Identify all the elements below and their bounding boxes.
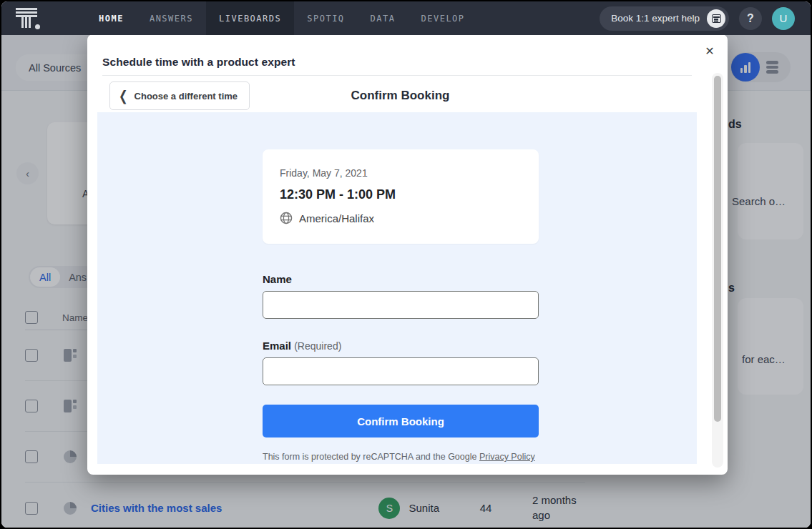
recaptcha-text: This form is protected by reCAPTCHA and … xyxy=(263,452,479,462)
email-label-text: Email xyxy=(263,340,291,352)
booking-timezone: America/Halifax xyxy=(299,212,374,224)
booking-form-area: Friday, May 7, 2021 12:30 PM - 1:00 PM A… xyxy=(97,112,697,464)
email-required-hint: (Required) xyxy=(294,340,341,352)
top-nav: HOME ANSWERS LIVEBOARDS SPOTIQ DATA DEVE… xyxy=(1,1,811,35)
email-field-group: Email (Required) xyxy=(263,340,539,385)
booking-time: 12:30 PM - 1:00 PM xyxy=(280,187,522,202)
logo-bar xyxy=(25,16,27,28)
logo-dot xyxy=(35,24,40,29)
globe-icon xyxy=(280,212,293,224)
modal-title: Schedule time with a product expert xyxy=(102,56,295,69)
name-input[interactable] xyxy=(263,291,539,319)
recaptcha-notice: This form is protected by reCAPTCHA and … xyxy=(263,451,539,464)
email-label: Email (Required) xyxy=(263,340,539,352)
nav-item-home[interactable]: HOME xyxy=(86,1,137,35)
modal-divider xyxy=(102,75,692,76)
name-field-group: Name xyxy=(263,273,539,319)
book-expert-help-button[interactable]: Book 1:1 expert help xyxy=(600,6,729,31)
booking-timezone-row: America/Halifax xyxy=(280,212,522,224)
logo-bar xyxy=(21,16,24,28)
logo-bar xyxy=(16,8,37,10)
logo-bar xyxy=(16,11,37,14)
email-input[interactable] xyxy=(263,357,539,385)
confirm-booking-button[interactable]: Confirm Booking xyxy=(263,405,539,437)
nav-item-develop[interactable]: DEVELOP xyxy=(409,1,478,35)
question-mark-icon: ? xyxy=(747,12,754,25)
nav-item-data[interactable]: DATA xyxy=(358,1,409,35)
nav-menu: HOME ANSWERS LIVEBOARDS SPOTIQ DATA DEVE… xyxy=(86,1,478,35)
close-icon[interactable]: ✕ xyxy=(702,43,718,59)
logo-bar xyxy=(29,16,31,28)
book-expert-help-label: Book 1:1 expert help xyxy=(611,13,700,24)
modal-scrollbar-thumb[interactable] xyxy=(714,76,721,422)
calendar-icon xyxy=(707,9,725,28)
help-button[interactable]: ? xyxy=(739,7,762,30)
booking-date: Friday, May 7, 2021 xyxy=(280,167,522,179)
confirm-booking-heading: Confirm Booking xyxy=(87,89,713,103)
booking-modal: ✕ Schedule time with a product expert ❮ … xyxy=(87,34,728,475)
nav-item-answers[interactable]: ANSWERS xyxy=(137,1,206,35)
booking-summary-card: Friday, May 7, 2021 12:30 PM - 1:00 PM A… xyxy=(263,149,539,244)
thoughtspot-logo[interactable] xyxy=(16,8,40,29)
nav-item-liveboards[interactable]: LIVEBOARDS xyxy=(206,1,294,35)
nav-item-spotiq[interactable]: SPOTIQ xyxy=(294,1,357,35)
avatar-initial: U xyxy=(780,12,788,24)
nav-right: Book 1:1 expert help ? U xyxy=(600,6,795,31)
name-label: Name xyxy=(263,273,539,285)
user-avatar[interactable]: U xyxy=(772,7,795,30)
modal-scrollbar-track[interactable] xyxy=(712,73,723,468)
privacy-policy-link[interactable]: Privacy Policy xyxy=(479,452,535,462)
app-window: All Sources ‹ A All Ans Name xyxy=(0,0,812,529)
